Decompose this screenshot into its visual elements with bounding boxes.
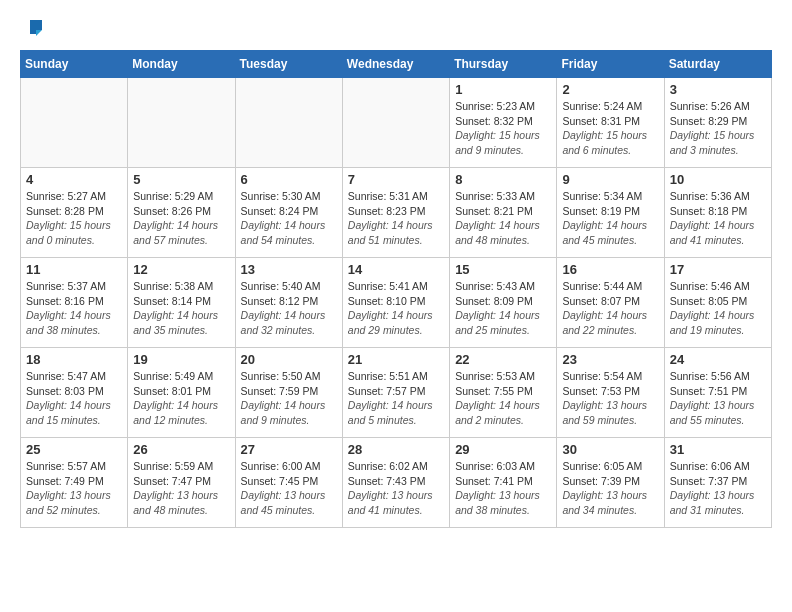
calendar-cell [128, 78, 235, 168]
day-info: Sunrise: 5:33 AMSunset: 8:21 PMDaylight:… [455, 189, 551, 248]
calendar-cell: 2Sunrise: 5:24 AMSunset: 8:31 PMDaylight… [557, 78, 664, 168]
calendar-cell: 6Sunrise: 5:30 AMSunset: 8:24 PMDaylight… [235, 168, 342, 258]
day-info: Sunrise: 6:00 AMSunset: 7:45 PMDaylight:… [241, 459, 337, 518]
day-info: Sunrise: 5:54 AMSunset: 7:53 PMDaylight:… [562, 369, 658, 428]
day-number: 12 [133, 262, 229, 277]
calendar-cell: 29Sunrise: 6:03 AMSunset: 7:41 PMDayligh… [450, 438, 557, 528]
calendar-cell: 9Sunrise: 5:34 AMSunset: 8:19 PMDaylight… [557, 168, 664, 258]
day-info: Sunrise: 6:06 AMSunset: 7:37 PMDaylight:… [670, 459, 766, 518]
day-number: 16 [562, 262, 658, 277]
calendar-cell: 26Sunrise: 5:59 AMSunset: 7:47 PMDayligh… [128, 438, 235, 528]
day-number: 7 [348, 172, 444, 187]
day-number: 21 [348, 352, 444, 367]
day-header-friday: Friday [557, 51, 664, 78]
day-info: Sunrise: 5:47 AMSunset: 8:03 PMDaylight:… [26, 369, 122, 428]
calendar-cell: 23Sunrise: 5:54 AMSunset: 7:53 PMDayligh… [557, 348, 664, 438]
day-number: 4 [26, 172, 122, 187]
day-info: Sunrise: 5:50 AMSunset: 7:59 PMDaylight:… [241, 369, 337, 428]
day-info: Sunrise: 5:51 AMSunset: 7:57 PMDaylight:… [348, 369, 444, 428]
day-header-monday: Monday [128, 51, 235, 78]
calendar-cell: 4Sunrise: 5:27 AMSunset: 8:28 PMDaylight… [21, 168, 128, 258]
calendar-cell: 5Sunrise: 5:29 AMSunset: 8:26 PMDaylight… [128, 168, 235, 258]
week-row-2: 4Sunrise: 5:27 AMSunset: 8:28 PMDaylight… [21, 168, 772, 258]
day-info: Sunrise: 5:34 AMSunset: 8:19 PMDaylight:… [562, 189, 658, 248]
calendar-table: SundayMondayTuesdayWednesdayThursdayFrid… [20, 50, 772, 528]
calendar-cell: 11Sunrise: 5:37 AMSunset: 8:16 PMDayligh… [21, 258, 128, 348]
day-number: 27 [241, 442, 337, 457]
day-number: 9 [562, 172, 658, 187]
calendar-cell: 18Sunrise: 5:47 AMSunset: 8:03 PMDayligh… [21, 348, 128, 438]
day-info: Sunrise: 5:41 AMSunset: 8:10 PMDaylight:… [348, 279, 444, 338]
day-info: Sunrise: 5:57 AMSunset: 7:49 PMDaylight:… [26, 459, 122, 518]
day-info: Sunrise: 5:40 AMSunset: 8:12 PMDaylight:… [241, 279, 337, 338]
day-info: Sunrise: 5:49 AMSunset: 8:01 PMDaylight:… [133, 369, 229, 428]
calendar-cell: 17Sunrise: 5:46 AMSunset: 8:05 PMDayligh… [664, 258, 771, 348]
day-info: Sunrise: 5:24 AMSunset: 8:31 PMDaylight:… [562, 99, 658, 158]
week-row-4: 18Sunrise: 5:47 AMSunset: 8:03 PMDayligh… [21, 348, 772, 438]
calendar-cell: 19Sunrise: 5:49 AMSunset: 8:01 PMDayligh… [128, 348, 235, 438]
logo-icon [22, 16, 44, 38]
calendar-cell: 25Sunrise: 5:57 AMSunset: 7:49 PMDayligh… [21, 438, 128, 528]
calendar-cell: 7Sunrise: 5:31 AMSunset: 8:23 PMDaylight… [342, 168, 449, 258]
day-number: 11 [26, 262, 122, 277]
day-number: 18 [26, 352, 122, 367]
calendar-cell: 10Sunrise: 5:36 AMSunset: 8:18 PMDayligh… [664, 168, 771, 258]
day-number: 6 [241, 172, 337, 187]
day-number: 29 [455, 442, 551, 457]
calendar-cell: 22Sunrise: 5:53 AMSunset: 7:55 PMDayligh… [450, 348, 557, 438]
calendar-cell: 31Sunrise: 6:06 AMSunset: 7:37 PMDayligh… [664, 438, 771, 528]
day-info: Sunrise: 5:46 AMSunset: 8:05 PMDaylight:… [670, 279, 766, 338]
day-number: 1 [455, 82, 551, 97]
day-number: 14 [348, 262, 444, 277]
day-info: Sunrise: 5:38 AMSunset: 8:14 PMDaylight:… [133, 279, 229, 338]
day-info: Sunrise: 5:53 AMSunset: 7:55 PMDaylight:… [455, 369, 551, 428]
day-info: Sunrise: 5:44 AMSunset: 8:07 PMDaylight:… [562, 279, 658, 338]
week-row-3: 11Sunrise: 5:37 AMSunset: 8:16 PMDayligh… [21, 258, 772, 348]
day-info: Sunrise: 5:29 AMSunset: 8:26 PMDaylight:… [133, 189, 229, 248]
day-number: 31 [670, 442, 766, 457]
day-number: 28 [348, 442, 444, 457]
day-number: 22 [455, 352, 551, 367]
calendar-cell: 3Sunrise: 5:26 AMSunset: 8:29 PMDaylight… [664, 78, 771, 168]
day-number: 19 [133, 352, 229, 367]
calendar-cell: 8Sunrise: 5:33 AMSunset: 8:21 PMDaylight… [450, 168, 557, 258]
day-info: Sunrise: 5:27 AMSunset: 8:28 PMDaylight:… [26, 189, 122, 248]
day-info: Sunrise: 6:02 AMSunset: 7:43 PMDaylight:… [348, 459, 444, 518]
day-number: 26 [133, 442, 229, 457]
calendar-cell: 16Sunrise: 5:44 AMSunset: 8:07 PMDayligh… [557, 258, 664, 348]
calendar-cell: 13Sunrise: 5:40 AMSunset: 8:12 PMDayligh… [235, 258, 342, 348]
day-number: 3 [670, 82, 766, 97]
day-info: Sunrise: 6:05 AMSunset: 7:39 PMDaylight:… [562, 459, 658, 518]
day-header-thursday: Thursday [450, 51, 557, 78]
day-number: 10 [670, 172, 766, 187]
week-row-1: 1Sunrise: 5:23 AMSunset: 8:32 PMDaylight… [21, 78, 772, 168]
calendar-cell: 1Sunrise: 5:23 AMSunset: 8:32 PMDaylight… [450, 78, 557, 168]
day-info: Sunrise: 5:23 AMSunset: 8:32 PMDaylight:… [455, 99, 551, 158]
day-info: Sunrise: 5:37 AMSunset: 8:16 PMDaylight:… [26, 279, 122, 338]
day-info: Sunrise: 5:43 AMSunset: 8:09 PMDaylight:… [455, 279, 551, 338]
calendar-cell [342, 78, 449, 168]
logo [20, 16, 44, 38]
day-number: 13 [241, 262, 337, 277]
day-number: 8 [455, 172, 551, 187]
day-info: Sunrise: 5:56 AMSunset: 7:51 PMDaylight:… [670, 369, 766, 428]
svg-marker-1 [36, 30, 42, 36]
calendar-cell: 20Sunrise: 5:50 AMSunset: 7:59 PMDayligh… [235, 348, 342, 438]
day-header-saturday: Saturday [664, 51, 771, 78]
week-row-5: 25Sunrise: 5:57 AMSunset: 7:49 PMDayligh… [21, 438, 772, 528]
calendar-cell: 30Sunrise: 6:05 AMSunset: 7:39 PMDayligh… [557, 438, 664, 528]
calendar-cell: 28Sunrise: 6:02 AMSunset: 7:43 PMDayligh… [342, 438, 449, 528]
header [20, 16, 772, 38]
calendar-cell: 12Sunrise: 5:38 AMSunset: 8:14 PMDayligh… [128, 258, 235, 348]
calendar-cell: 14Sunrise: 5:41 AMSunset: 8:10 PMDayligh… [342, 258, 449, 348]
calendar-cell: 27Sunrise: 6:00 AMSunset: 7:45 PMDayligh… [235, 438, 342, 528]
day-info: Sunrise: 5:31 AMSunset: 8:23 PMDaylight:… [348, 189, 444, 248]
day-number: 2 [562, 82, 658, 97]
calendar-cell: 24Sunrise: 5:56 AMSunset: 7:51 PMDayligh… [664, 348, 771, 438]
day-info: Sunrise: 5:26 AMSunset: 8:29 PMDaylight:… [670, 99, 766, 158]
day-number: 30 [562, 442, 658, 457]
day-info: Sunrise: 5:59 AMSunset: 7:47 PMDaylight:… [133, 459, 229, 518]
day-info: Sunrise: 5:36 AMSunset: 8:18 PMDaylight:… [670, 189, 766, 248]
day-number: 25 [26, 442, 122, 457]
day-number: 17 [670, 262, 766, 277]
